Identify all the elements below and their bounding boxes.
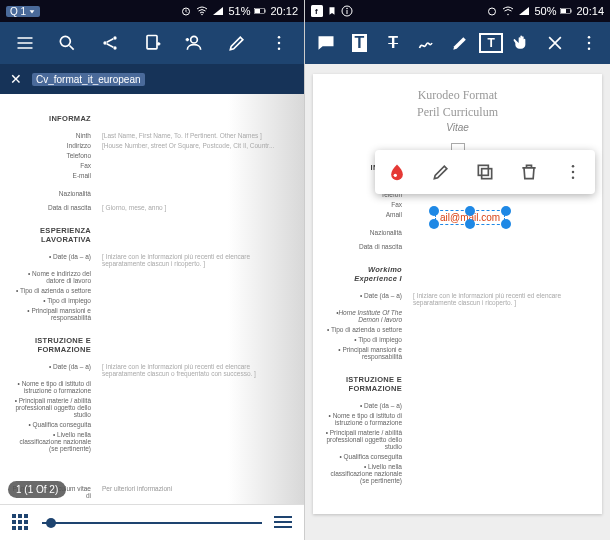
section-experience: Workimo Experience I	[323, 265, 408, 283]
add-user-button[interactable]	[179, 28, 209, 58]
add-page-button[interactable]	[137, 28, 167, 58]
svg-point-19	[346, 8, 348, 10]
svg-point-22	[508, 14, 510, 16]
svg-rect-11	[147, 36, 157, 49]
right-screenshot: f 50% 20:14 T T T Kurodeo Format Peril C…	[305, 0, 610, 540]
section-education: ISTRUZIONE E FORMAZIONE	[323, 375, 408, 393]
svg-point-29	[588, 48, 591, 51]
document-tab-strip: ✕ Cv_format_it_european	[0, 64, 304, 94]
hint-exp: [ Iniziare con le informazioni più recen…	[408, 292, 592, 306]
battery-icon	[560, 5, 572, 17]
svg-marker-3	[213, 7, 223, 15]
alarm-icon	[486, 5, 498, 17]
comment-button[interactable]	[311, 28, 341, 58]
svg-point-30	[394, 174, 397, 177]
slider-thumb[interactable]	[46, 518, 56, 528]
resize-handle[interactable]	[429, 206, 439, 216]
document-viewport[interactable]: INFORMAZ Ninth[Last Name, First Name, To…	[0, 94, 304, 540]
field-date: • Date (da – a)	[12, 253, 97, 267]
document-filename[interactable]: Cv_format_it_european	[32, 73, 145, 86]
field-role: • Tipo di impiego	[323, 336, 408, 343]
recent-apps-indicator: Q 1	[6, 6, 40, 17]
svg-rect-25	[571, 10, 572, 13]
field-address: Indirizzo	[12, 142, 97, 149]
field-date: • Date (da – a)	[323, 292, 408, 306]
selected-annotation[interactable]: ail@mail.com	[435, 210, 505, 225]
field-role: • Tipo di impiego	[12, 297, 97, 304]
field-nationality: Nazionalità	[323, 229, 408, 236]
svg-point-33	[572, 165, 575, 168]
edit-button[interactable]	[426, 157, 456, 187]
resize-handle[interactable]	[429, 219, 439, 229]
strikethrough-button[interactable]: T	[378, 28, 408, 58]
more-button[interactable]	[558, 157, 588, 187]
battery-pct: 50%	[534, 5, 556, 17]
left-screenshot: Q 1 51% 20:12 ✕ Cv_format_it_european IN…	[0, 0, 305, 540]
outline-list-button[interactable]	[274, 516, 292, 530]
hint-address: [House Number, street Or Square, Postcod…	[97, 142, 292, 149]
page-indicator: 1 (1 Of 2)	[8, 481, 66, 498]
signature-button[interactable]	[412, 28, 442, 58]
field-employer: • Nome e indirizzo del datore di lavoro	[12, 270, 97, 284]
field-institute: • Nome e tipo di istituto di istruzione …	[323, 412, 408, 426]
svg-rect-6	[255, 9, 260, 13]
field-resp: • Principali mansioni e responsabilità	[12, 307, 97, 321]
svg-point-15	[278, 48, 281, 51]
draw-button[interactable]	[445, 28, 475, 58]
signal-icon	[518, 5, 530, 17]
color-button[interactable]	[382, 157, 412, 187]
field-email: E-mail	[12, 172, 97, 179]
pan-button[interactable]	[507, 28, 537, 58]
status-label: Q 1	[10, 6, 26, 17]
svg-text:f: f	[315, 7, 318, 16]
search-button[interactable]	[52, 28, 82, 58]
svg-rect-20	[347, 10, 348, 14]
field-qualification: • Qualifica conseguita	[12, 421, 97, 428]
close-tab-icon[interactable]: ✕	[10, 71, 22, 87]
svg-point-8	[103, 41, 106, 44]
field-fax: Fax	[323, 201, 408, 208]
menu-button[interactable]	[10, 28, 40, 58]
field-level: • Livello nella classificazione nazional…	[323, 463, 408, 484]
hint-exp: [ Iniziare con le informazioni più recen…	[97, 253, 292, 267]
text-box-button[interactable]: T	[479, 33, 503, 53]
signal-icon	[212, 5, 224, 17]
svg-marker-0	[30, 10, 35, 13]
share-button[interactable]	[95, 28, 125, 58]
overflow-button[interactable]	[574, 28, 604, 58]
field-edu-date: • Date (da – a)	[12, 363, 97, 377]
highlight-button[interactable]: T	[344, 28, 374, 58]
svg-point-2	[202, 14, 204, 16]
field-birthdate: Data di nascita	[323, 243, 408, 250]
overflow-button[interactable]	[264, 28, 294, 58]
status-bar: f 50% 20:14	[305, 0, 610, 22]
wifi-icon	[196, 5, 208, 17]
bottom-toolbar	[0, 504, 304, 540]
hint-name: [Last Name, First Name, To. If Pertinent…	[97, 132, 292, 139]
wifi-icon	[502, 5, 514, 17]
doc-title-2: Peril Curriculum	[323, 105, 592, 120]
section-experience: ESPERIENZA LAVORATIVA	[12, 226, 97, 244]
svg-point-27	[588, 36, 591, 39]
field-biztype: • Tipo di azienda o settore	[323, 326, 408, 333]
svg-point-9	[113, 36, 116, 39]
field-resp: • Principali mansioni e responsabilità	[323, 346, 408, 360]
svg-rect-31	[482, 169, 492, 179]
page-slider[interactable]	[42, 522, 262, 524]
copy-button[interactable]	[470, 157, 500, 187]
svg-point-13	[278, 36, 281, 39]
thumbnail-grid-button[interactable]	[12, 514, 30, 532]
bookmark-icon	[327, 5, 337, 17]
close-button[interactable]	[540, 28, 570, 58]
document-viewport[interactable]: Kurodeo Format Peril Curriculum Vitae IN…	[305, 64, 610, 540]
svg-point-7	[61, 36, 71, 46]
status-bar: Q 1 51% 20:12	[0, 0, 304, 22]
field-institute: • Nome e tipo di istituto di istruzione …	[12, 380, 97, 394]
svg-rect-26	[561, 9, 566, 13]
annotation-toolbar: T T T	[305, 22, 610, 64]
edit-button[interactable]	[222, 28, 252, 58]
svg-point-12	[191, 36, 198, 43]
clock: 20:12	[270, 5, 298, 17]
delete-button[interactable]	[514, 157, 544, 187]
alarm-icon	[180, 5, 192, 17]
